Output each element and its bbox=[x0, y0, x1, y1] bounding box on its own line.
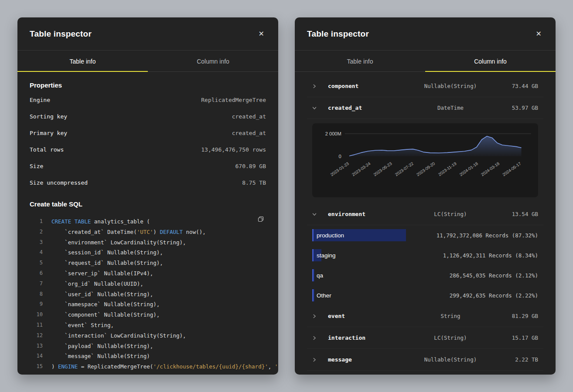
sql-code-text: ) ENGINE = ReplicatedMergeTree('/clickho… bbox=[51, 362, 278, 372]
line-number: 8 bbox=[30, 289, 43, 300]
line-number: 13 bbox=[30, 341, 43, 351]
property-label: Primary key bbox=[30, 130, 67, 136]
column-row[interactable]: eventString81.29 GB bbox=[307, 305, 543, 327]
svg-text:2 000M: 2 000M bbox=[325, 131, 341, 136]
sql-line: 2 `created_at` DateTime('UTC') DEFAULT n… bbox=[30, 227, 266, 237]
svg-text:0: 0 bbox=[339, 154, 341, 159]
chevron-right-icon bbox=[312, 336, 317, 340]
tab-table-info[interactable]: Table info bbox=[295, 51, 425, 72]
sql-code-text: `message` Nullable(String) bbox=[51, 351, 150, 362]
property-label: Total rows bbox=[30, 146, 64, 153]
svg-text:2023-01-23: 2023-01-23 bbox=[330, 161, 350, 177]
column-name: created_at bbox=[328, 105, 411, 111]
column-row[interactable]: environmentLC(String)13.54 GB bbox=[307, 203, 543, 225]
property-value: created_at bbox=[232, 113, 266, 120]
sql-line: 1CREATE TABLE analytics_table ( bbox=[30, 216, 266, 227]
tab-column-info[interactable]: Column info bbox=[425, 51, 556, 72]
property-row: Size670.89 GB bbox=[30, 158, 266, 174]
distribution-records: 11,792,372,086 Records (87.32%) bbox=[437, 232, 538, 239]
chevron-down-icon bbox=[312, 212, 317, 216]
line-number: 2 bbox=[30, 227, 43, 237]
column-name: message bbox=[328, 356, 411, 363]
sql-code-text: CREATE TABLE analytics_table ( bbox=[51, 216, 150, 227]
distribution-label: production bbox=[317, 232, 344, 239]
modal-header: Table inspector ✕ bbox=[295, 17, 556, 51]
sql-line: 12 `interaction` LowCardinality(String), bbox=[30, 331, 266, 341]
sql-line: 13 `payload` Nullable(String), bbox=[30, 341, 266, 351]
table-info-panel: Properties EngineReplicatedMergeTreeSort… bbox=[17, 81, 278, 372]
sql-code-text: `event` String, bbox=[51, 320, 114, 331]
column-type: DateTime bbox=[411, 105, 490, 111]
line-number: 6 bbox=[30, 268, 43, 279]
chevron-right-icon bbox=[312, 84, 317, 88]
property-row: Size uncompressed8.75 TB bbox=[30, 174, 266, 191]
table-inspector-modal-right: Table inspector ✕ Table infoColumn info … bbox=[295, 17, 556, 375]
column-row[interactable]: interactionLC(String)15.17 GB bbox=[307, 327, 543, 349]
area-chart: 2 000M02023-01-232023-03-242023-05-23202… bbox=[312, 123, 538, 197]
line-number: 4 bbox=[30, 247, 43, 258]
line-number: 9 bbox=[30, 299, 43, 310]
copy-icon[interactable] bbox=[256, 214, 266, 226]
property-value: 13,496,476,750 rows bbox=[201, 146, 266, 153]
modal-header: Table inspector ✕ bbox=[17, 17, 278, 51]
tab-table-info[interactable]: Table info bbox=[17, 51, 148, 72]
column-info-panel: componentNullable(String)73.44 GBcreated… bbox=[295, 75, 556, 371]
column-histogram-chart: 2 000M02023-01-232023-03-242023-05-23202… bbox=[312, 123, 538, 197]
line-number: 12 bbox=[30, 331, 43, 341]
sql-line: 9 `namespace` Nullable(String), bbox=[30, 299, 266, 310]
column-size: 15.17 GB bbox=[490, 335, 538, 341]
modal-title: Table inspector bbox=[30, 29, 92, 39]
column-type: LC(String) bbox=[411, 211, 490, 217]
distribution-row: Other299,492,635 Records (2.22%) bbox=[307, 285, 543, 305]
distribution-label: staging bbox=[317, 252, 336, 259]
column-row[interactable]: messageNullable(String)2.22 TB bbox=[307, 349, 543, 371]
sql-code-text: `namespace` Nullable(String), bbox=[51, 299, 160, 310]
svg-text:2024-01-18: 2024-01-18 bbox=[458, 161, 479, 177]
sql-line: 10 `component` Nullable(String), bbox=[30, 310, 266, 320]
column-type: LC(String) bbox=[411, 335, 490, 341]
svg-text:2023-05-23: 2023-05-23 bbox=[372, 161, 393, 177]
column-type: String bbox=[411, 313, 490, 319]
close-icon[interactable]: ✕ bbox=[257, 29, 266, 39]
property-value: 8.75 TB bbox=[242, 179, 266, 186]
property-row: Total rows13,496,476,750 rows bbox=[30, 141, 266, 158]
tab-bar: Table infoColumn info bbox=[295, 51, 556, 72]
distribution-label: Other bbox=[317, 292, 331, 299]
sql-line: 14 `message` Nullable(String) bbox=[30, 351, 266, 362]
sql-line: 15) ENGINE = ReplicatedMergeTree('/click… bbox=[30, 362, 266, 372]
properties-heading: Properties bbox=[30, 81, 266, 89]
property-value: created_at bbox=[232, 130, 266, 136]
sql-code-text: `environment` LowCardinality(String), bbox=[51, 237, 186, 248]
column-type: Nullable(String) bbox=[411, 83, 490, 89]
sql-line: 8 `user_id` Nullable(String), bbox=[30, 289, 266, 300]
line-number: 11 bbox=[30, 320, 43, 331]
sql-line: 4 `session_id` Nullable(String), bbox=[30, 247, 266, 258]
sql-code-text: `session_id` Nullable(String), bbox=[51, 247, 163, 258]
property-label: Engine bbox=[30, 97, 50, 103]
line-number: 15 bbox=[30, 362, 43, 372]
column-name: component bbox=[328, 83, 411, 89]
columns-list: componentNullable(String)73.44 GBcreated… bbox=[307, 75, 543, 371]
distribution-bar bbox=[312, 289, 314, 301]
chevron-down-icon bbox=[312, 106, 317, 110]
column-row[interactable]: created_atDateTime53.97 GB bbox=[307, 97, 543, 119]
property-label: Size uncompressed bbox=[30, 179, 88, 186]
column-type: Nullable(String) bbox=[411, 356, 490, 363]
sql-code-text: `server_ip` Nullable(IPv4), bbox=[51, 268, 153, 279]
sql-code-text: `user_id` Nullable(String), bbox=[51, 289, 153, 300]
line-number: 7 bbox=[30, 279, 43, 289]
column-name: interaction bbox=[328, 335, 411, 341]
sql-lines: 1CREATE TABLE analytics_table (2 `create… bbox=[30, 216, 266, 372]
column-row[interactable]: componentNullable(String)73.44 GB bbox=[307, 75, 543, 97]
close-icon[interactable]: ✕ bbox=[534, 29, 543, 39]
sql-line: 3 `environment` LowCardinality(String), bbox=[30, 237, 266, 248]
column-size: 73.44 GB bbox=[490, 83, 538, 89]
sql-code-text: `interaction` LowCardinality(String), bbox=[51, 331, 186, 341]
tab-column-info[interactable]: Column info bbox=[148, 51, 278, 72]
line-number: 10 bbox=[30, 310, 43, 320]
modal-title: Table inspector bbox=[307, 29, 369, 39]
sql-line: 6 `server_ip` Nullable(IPv4), bbox=[30, 268, 266, 279]
table-inspector-modal-left: Table inspector ✕ Table infoColumn info … bbox=[17, 17, 278, 375]
property-label: Size bbox=[30, 163, 43, 169]
distribution-records: 286,545,035 Records (2.12%) bbox=[450, 272, 538, 279]
